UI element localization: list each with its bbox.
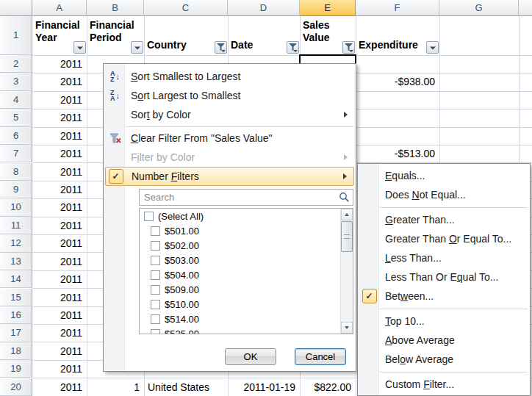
row-header-17[interactable]: 17 (0, 324, 32, 342)
column-header-g[interactable]: G (439, 0, 519, 16)
row-header-15[interactable]: 15 (0, 289, 32, 306)
checkbox[interactable] (151, 285, 160, 295)
cell-b20[interactable]: 1 (87, 378, 143, 396)
row-header-1[interactable]: 1 (0, 16, 32, 55)
row-header-11[interactable]: 11 (0, 217, 32, 234)
submenu-item-below-average[interactable]: Below Average (359, 350, 528, 369)
column-header-b[interactable]: B (87, 0, 144, 16)
submenu-item-does-not-equal[interactable]: Does Not Equal... (359, 185, 528, 204)
column-header-e[interactable]: E (300, 0, 356, 16)
filter-button-expenditure[interactable] (426, 41, 439, 54)
row-header-6[interactable]: 6 (0, 127, 32, 145)
search-input[interactable] (139, 189, 353, 206)
checkbox[interactable] (151, 226, 160, 236)
cell-a14[interactable]: 2011 (32, 270, 86, 288)
cell-a11[interactable]: 2011 (32, 217, 86, 234)
list-scrollbar[interactable] (340, 209, 353, 334)
row-header-14[interactable]: 14 (0, 270, 32, 288)
submenu-item-equals[interactable]: Equals... (359, 166, 528, 185)
filter-values-list[interactable]: (Select All) $501.00 $502.00 $503.00 $50… (139, 208, 353, 334)
cell-a7[interactable]: 2011 (32, 145, 86, 162)
cell-a16[interactable]: 2011 (32, 306, 86, 324)
column-header-a[interactable]: A (32, 0, 87, 16)
row-header-5[interactable]: 5 (0, 109, 32, 126)
cell-a6[interactable]: 2011 (32, 127, 86, 145)
submenu-item-between[interactable]: ✓ Between... (359, 287, 528, 306)
row-header-10[interactable]: 10 (0, 198, 32, 216)
menu-item-sort-by-color[interactable]: Sort by Color (105, 105, 354, 124)
cell-f7[interactable]: -$513.00 (356, 145, 439, 162)
filter-value-item[interactable]: $510.00 (140, 297, 353, 312)
column-header-c[interactable]: C (144, 0, 228, 16)
cell-a10[interactable]: 2011 (32, 198, 86, 216)
submenu-item-custom-filter[interactable]: Custom Filter... (359, 375, 528, 394)
select-all-corner[interactable] (0, 0, 32, 16)
menu-item-sort-smallest-to-largest[interactable]: AZ↓ Sort Smallest to Largest (105, 67, 354, 86)
filter-value-select-all[interactable]: (Select All) (140, 209, 353, 223)
cell-a3[interactable]: 2011 (32, 73, 86, 90)
checkbox[interactable] (151, 241, 160, 251)
checkbox[interactable] (151, 256, 160, 265)
cell-e20[interactable]: $822.00 (300, 378, 355, 396)
column-header-f[interactable]: F (356, 0, 439, 16)
filter-button-financial-period[interactable] (131, 41, 143, 54)
submenu-item-less-than-or-equal[interactable]: Less Than Or Equal To... (359, 267, 528, 287)
submenu-item-above-average[interactable]: Above Average (359, 331, 528, 350)
column-header-d[interactable]: D (228, 0, 300, 16)
search-icon[interactable] (339, 192, 350, 203)
filter-button-country[interactable] (215, 41, 227, 54)
cell-a19[interactable]: 2011 (32, 360, 86, 378)
row-header-19[interactable]: 19 (0, 360, 32, 378)
row-header-16[interactable]: 16 (0, 306, 32, 324)
submenu-item-greater-than-or-equal[interactable]: Greater Than Or Equal To... (359, 229, 528, 248)
cell-a5[interactable]: 2011 (32, 109, 86, 126)
cell-a2[interactable]: 2011 (32, 55, 86, 73)
header-cell-expenditure[interactable]: Expenditure (356, 16, 439, 55)
submenu-item-greater-than[interactable]: Greater Than... (359, 210, 528, 229)
row-header-9[interactable]: 9 (0, 181, 32, 198)
row-header-13[interactable]: 13 (0, 253, 32, 270)
filter-value-item[interactable]: $503.00 (140, 253, 353, 267)
row-header-18[interactable]: 18 (0, 342, 32, 360)
cell-a4[interactable]: 2011 (32, 91, 86, 109)
submenu-item-less-than[interactable]: Less Than... (359, 248, 528, 267)
row-header-7[interactable]: 7 (0, 145, 32, 162)
checkbox[interactable] (151, 270, 160, 280)
checkbox[interactable] (151, 314, 160, 324)
filter-button-date[interactable] (287, 41, 299, 54)
row-header-8[interactable]: 8 (0, 163, 32, 181)
cell-a12[interactable]: 2011 (32, 234, 86, 252)
cell-a8[interactable]: 2011 (32, 163, 86, 181)
scroll-up-button[interactable] (341, 209, 353, 220)
header-cell-date[interactable]: Date (228, 16, 300, 55)
filter-value-item[interactable]: $501.00 (140, 223, 353, 238)
submenu-item-top-10[interactable]: Top 10... (359, 312, 528, 331)
row-header-2[interactable]: 2 (0, 55, 32, 73)
filter-button-financial-year[interactable] (73, 41, 86, 54)
filter-button-sales-value[interactable] (342, 41, 355, 54)
checkbox[interactable] (144, 212, 154, 221)
filter-value-item[interactable]: $504.00 (140, 267, 353, 282)
cell-a17[interactable]: 2011 (32, 324, 86, 342)
row-header-12[interactable]: 12 (0, 234, 32, 252)
cell-a9[interactable]: 2011 (32, 181, 86, 198)
filter-value-item[interactable]: $502.00 (140, 238, 353, 253)
menu-item-sort-largest-to-smallest[interactable]: ZA↓ Sort Largest to Smallest (105, 86, 354, 105)
filter-value-item[interactable]: $525.00 (140, 326, 353, 334)
checkbox[interactable] (151, 300, 160, 309)
scroll-down-button[interactable] (341, 322, 353, 334)
ok-button[interactable]: OK (225, 348, 276, 365)
header-cell-country[interactable]: Country (144, 16, 228, 55)
row-header-20[interactable]: 20 (0, 378, 32, 396)
checkbox[interactable] (151, 329, 160, 335)
menu-item-clear-filter[interactable]: Clear Filter From "Sales Value" (105, 129, 354, 148)
filter-value-item[interactable]: $509.00 (140, 282, 353, 297)
filter-value-item[interactable]: $514.00 (140, 312, 353, 326)
cell-d20[interactable]: 2011-01-19 (228, 378, 299, 396)
cell-f3[interactable]: -$938.00 (356, 73, 439, 90)
cell-a15[interactable]: 2011 (32, 289, 86, 306)
cell-a18[interactable]: 2011 (32, 342, 86, 360)
row-header-4[interactable]: 4 (0, 91, 32, 109)
cell-c20[interactable]: United States (145, 378, 227, 396)
cancel-button[interactable]: Cancel (295, 348, 346, 365)
